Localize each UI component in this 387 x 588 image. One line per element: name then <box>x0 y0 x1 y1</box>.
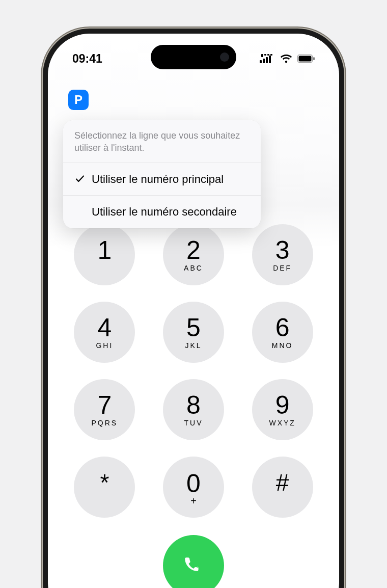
checkmark-icon <box>74 174 86 184</box>
key-0[interactable]: 0 + <box>163 457 224 518</box>
phone-icon <box>181 552 206 579</box>
key-8[interactable]: 8 TUV <box>163 379 224 440</box>
key-digit: 6 <box>275 315 290 340</box>
key-letters: TUV <box>184 419 203 427</box>
key-digit: 1 <box>97 237 112 263</box>
svg-rect-3 <box>269 56 271 63</box>
active-line-letter: P <box>74 93 82 107</box>
svg-rect-4 <box>261 54 263 57</box>
line-selector-prompt: Sélectionnez la ligne que vous souhaitez… <box>63 120 261 163</box>
svg-rect-1 <box>263 59 265 63</box>
dual-sim-signal-icon <box>260 54 275 63</box>
key-digit: # <box>276 471 289 494</box>
key-digit: 8 <box>186 392 201 418</box>
key-letters: WXYZ <box>269 419 295 427</box>
line-option-secondary[interactable]: Utiliser le numéro secondaire <box>63 196 261 228</box>
screen: 09:41 <box>48 34 339 588</box>
key-5[interactable]: 5 JKL <box>163 302 224 363</box>
wifi-icon <box>280 54 292 63</box>
key-digit: 0 <box>186 471 201 496</box>
key-9[interactable]: 9 WXYZ <box>252 379 313 440</box>
key-digit: 4 <box>97 315 112 340</box>
key-letters: GHI <box>96 341 113 350</box>
key-letters: DEF <box>273 264 292 272</box>
svg-rect-5 <box>264 54 266 56</box>
key-digit: * <box>100 471 109 494</box>
svg-rect-2 <box>266 57 268 63</box>
key-letters: PQRS <box>91 419 118 427</box>
key-digit: 9 <box>275 392 290 418</box>
status-bar: 09:41 <box>48 34 339 71</box>
key-hash[interactable]: # <box>252 457 313 518</box>
phone-frame: 09:41 <box>43 29 344 588</box>
svg-rect-0 <box>260 60 262 63</box>
line-option-label: Utiliser le numéro secondaire <box>92 205 250 219</box>
dialer-keypad: 1 2 ABC 3 DEF 4 GHI 5 JKL 6 MNO <box>71 224 316 518</box>
svg-rect-10 <box>313 57 315 60</box>
call-button-row <box>48 535 339 588</box>
key-letters: + <box>190 495 197 503</box>
key-6[interactable]: 6 MNO <box>252 302 313 363</box>
svg-rect-9 <box>299 56 312 62</box>
key-digit: 5 <box>186 315 201 340</box>
key-digit: 7 <box>97 392 112 418</box>
key-3[interactable]: 3 DEF <box>252 224 313 285</box>
line-selector-popover: Sélectionnez la ligne que vous souhaitez… <box>63 120 261 228</box>
status-indicators <box>260 54 315 63</box>
key-star[interactable]: * <box>74 457 135 518</box>
active-line-badge[interactable]: P <box>68 90 89 110</box>
key-7[interactable]: 7 PQRS <box>74 379 135 440</box>
key-1[interactable]: 1 <box>74 224 135 285</box>
status-time: 09:41 <box>72 52 102 66</box>
key-digit: 2 <box>186 237 201 263</box>
key-2[interactable]: 2 ABC <box>163 224 224 285</box>
line-option-label: Utiliser le numéro principal <box>92 172 250 186</box>
key-letters: JKL <box>185 341 202 350</box>
key-letters: ABC <box>184 264 203 272</box>
svg-rect-7 <box>270 54 272 56</box>
key-4[interactable]: 4 GHI <box>74 302 135 363</box>
key-digit: 3 <box>275 237 290 263</box>
battery-icon <box>297 55 315 63</box>
key-letters: MNO <box>272 341 293 350</box>
line-option-primary[interactable]: Utiliser le numéro principal <box>63 163 261 196</box>
call-button[interactable] <box>163 535 224 588</box>
svg-rect-6 <box>267 54 269 56</box>
